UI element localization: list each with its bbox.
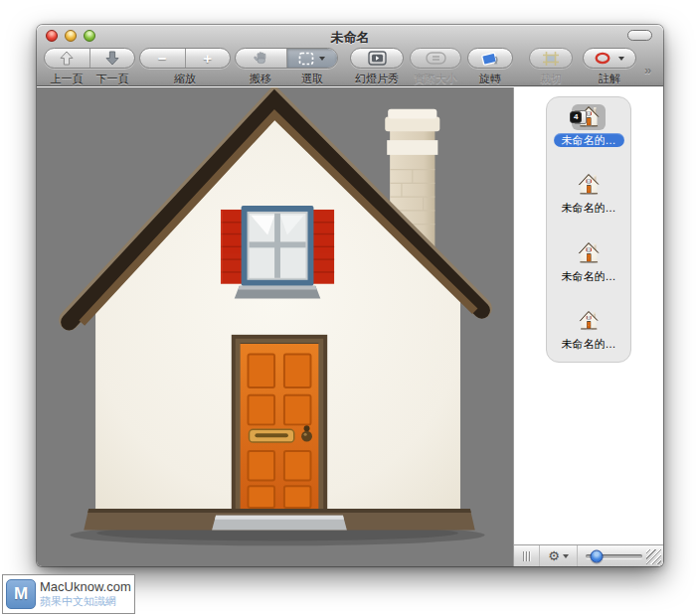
- sidebar-footer: ⚙: [514, 544, 663, 566]
- next-page-button[interactable]: [89, 49, 135, 68]
- actual-size-icon: [426, 52, 446, 65]
- next-page-label: 下一頁: [96, 72, 129, 86]
- chevron-down-icon: [319, 57, 325, 61]
- rotate-button[interactable]: [467, 48, 513, 69]
- slider-knob[interactable]: [591, 549, 604, 562]
- chevron-down-icon: [563, 554, 569, 558]
- crop-group: 裁切: [529, 48, 573, 86]
- annotate-label: 註解: [599, 72, 620, 86]
- move-tool-label: 搬移: [250, 72, 271, 86]
- action-menu-button[interactable]: ⚙: [540, 545, 578, 566]
- slideshow-label: 幻燈片秀: [355, 72, 399, 86]
- thumbnail-label: 未命名的…: [554, 133, 624, 147]
- document-canvas[interactable]: [37, 87, 513, 566]
- page-count-badge: 4: [570, 111, 582, 123]
- annotate-oval-icon: [595, 52, 613, 65]
- tool-mode-group: 搬移 選取: [235, 48, 338, 86]
- macuknow-logo: M: [6, 579, 36, 609]
- previous-page-label: 上一頁: [51, 72, 84, 86]
- thumbnail-item-2[interactable]: 未命名的…: [547, 172, 630, 215]
- titlebar[interactable]: 未命名: [37, 25, 663, 46]
- actual-size-label: 實際大小: [414, 72, 457, 86]
- plus-icon: +: [203, 51, 212, 66]
- house-icon: [579, 311, 599, 331]
- thumbnail-label: 未命名的…: [562, 269, 616, 283]
- sidebar-drag-handle[interactable]: [514, 545, 540, 566]
- select-tool-button[interactable]: [286, 49, 338, 68]
- thumbnail-item-1[interactable]: 4 未命名的…: [547, 104, 630, 147]
- thumbnail-icon-wrap: [575, 308, 603, 334]
- selection-marquee-icon: [298, 52, 314, 66]
- rotate-label: 旋轉: [479, 72, 501, 86]
- minus-icon: −: [158, 51, 167, 66]
- select-tool-label: 選取: [301, 72, 323, 86]
- crop-button[interactable]: [529, 48, 573, 69]
- house-icon: [578, 242, 600, 264]
- chevron-down-icon: [618, 57, 624, 61]
- move-tool-button[interactable]: [236, 49, 286, 68]
- thumbnail-drawer: 4 未命名的… 未命名的… 未命名的…: [546, 96, 631, 363]
- zoom-group: − + 縮放: [139, 48, 231, 86]
- sidebar: 4 未命名的… 未命名的… 未命名的…: [513, 87, 663, 566]
- annotate-button[interactable]: [583, 48, 636, 69]
- toolbar-toggle-pill[interactable]: [627, 30, 652, 41]
- crop-label: 裁切: [540, 72, 562, 86]
- watermark-tagline: 蘋果中文知識網: [40, 595, 131, 608]
- annotate-group: 註解: [583, 48, 636, 86]
- slideshow-group: 幻燈片秀: [350, 48, 404, 86]
- thumbnail-item-3[interactable]: 未命名的…: [547, 240, 630, 283]
- arrow-down-icon: [105, 51, 119, 66]
- rotate-group: 旋轉: [467, 48, 513, 86]
- house-illustration: [40, 87, 509, 566]
- hand-icon: [254, 51, 268, 66]
- watermark-site: MacUknow.com: [40, 580, 131, 595]
- page-nav-group: 上一頁 下一頁: [44, 48, 135, 86]
- house-icon: [578, 174, 600, 196]
- slideshow-button[interactable]: [350, 48, 404, 69]
- window-resize-grip[interactable]: [646, 549, 661, 564]
- toolbar-overflow-chevron[interactable]: »: [644, 63, 651, 77]
- crop-icon: [542, 51, 560, 67]
- thumbnail-item-4[interactable]: 未命名的…: [547, 308, 630, 351]
- actual-size-button[interactable]: [410, 48, 461, 69]
- window-title: 未命名: [37, 29, 663, 47]
- window-content: 4 未命名的… 未命名的… 未命名的…: [37, 87, 663, 566]
- previous-page-button[interactable]: [45, 49, 89, 68]
- thumbnail-selected-highlight: 4: [572, 104, 606, 130]
- toolbar: 上一頁 下一頁 − + 縮放: [37, 46, 663, 86]
- window-chrome: 未命名: [37, 25, 663, 86]
- rotate-icon: [480, 51, 500, 67]
- arrow-up-icon: [60, 51, 74, 66]
- watermark: M MacUknow.com 蘋果中文知識網: [2, 574, 135, 614]
- zoom-label: 縮放: [174, 72, 196, 86]
- zoom-in-button[interactable]: +: [185, 49, 231, 68]
- thumbnail-size-slider[interactable]: [586, 545, 642, 566]
- slideshow-icon: [368, 51, 387, 66]
- thumbnail-icon-wrap: [574, 240, 604, 266]
- thumbnail-label: 未命名的…: [562, 201, 616, 215]
- preview-window: 未命名: [37, 25, 663, 566]
- thumbnail-label: 未命名的…: [562, 337, 616, 351]
- gear-icon: ⚙: [548, 548, 560, 563]
- thumbnail-icon-wrap: [574, 172, 604, 198]
- zoom-out-button[interactable]: −: [140, 49, 185, 68]
- actual-size-group: 實際大小: [410, 48, 461, 86]
